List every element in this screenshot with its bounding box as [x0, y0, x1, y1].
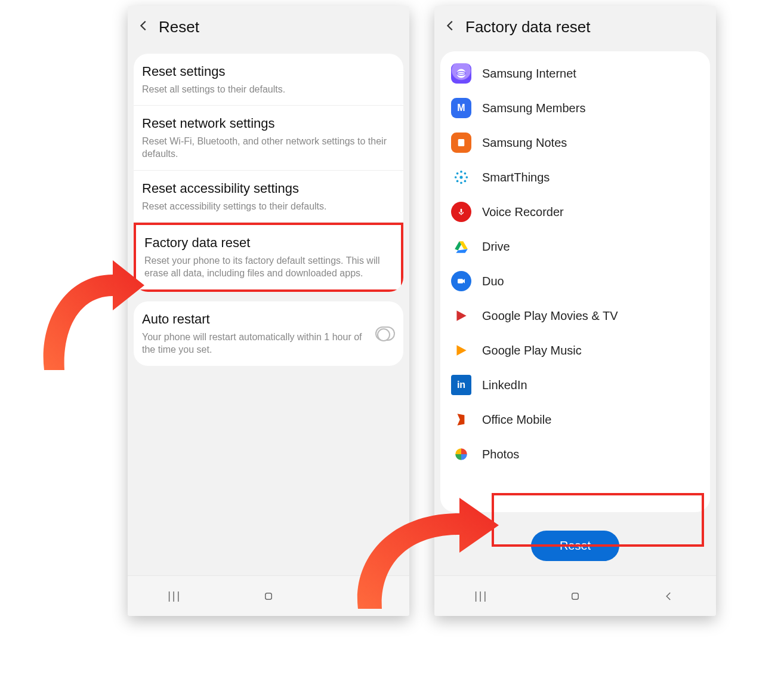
nav-home-button[interactable] — [563, 584, 587, 608]
app-row-voice-recorder: Voice Recorder — [440, 195, 710, 229]
item-desc: Reset accessibility settings to their de… — [142, 200, 395, 213]
app-row-linkedin: in LinkedIn — [440, 368, 710, 402]
smartthings-icon — [451, 167, 471, 187]
chevron-left-icon — [663, 591, 674, 602]
chevron-left-icon — [357, 591, 368, 602]
item-desc: Reset Wi-Fi, Bluetooth, and other networ… — [142, 135, 395, 161]
app-label: Google Play Movies & TV — [482, 309, 618, 323]
auto-restart-item[interactable]: Auto restart Your phone will restart aut… — [134, 301, 403, 366]
recent-icon: ||| — [168, 590, 181, 602]
svg-marker-20 — [456, 310, 466, 321]
item-title: Auto restart — [142, 311, 369, 328]
app-row-smartthings: SmartThings — [440, 160, 710, 195]
svg-marker-21 — [456, 345, 466, 355]
app-label: Samsung Members — [482, 101, 585, 115]
nav-recent-button[interactable]: ||| — [163, 584, 187, 608]
back-button[interactable] — [444, 19, 457, 35]
phone-reset-screen: Reset Reset settings Reset all settings … — [128, 6, 409, 616]
app-label: SmartThings — [482, 171, 550, 184]
content: Samsung Internet M Samsung Members Samsu… — [434, 48, 716, 575]
item-desc: Your phone will restart automatically wi… — [142, 331, 369, 356]
google-play-music-icon — [451, 340, 471, 361]
reset-accessibility-item[interactable]: Reset accessibility settings Reset acces… — [134, 171, 403, 223]
app-list-card: Samsung Internet M Samsung Members Samsu… — [440, 51, 710, 512]
back-button[interactable] — [137, 19, 150, 35]
svg-marker-22 — [458, 414, 465, 426]
svg-point-10 — [464, 172, 467, 175]
reset-network-item[interactable]: Reset network settings Reset Wi-Fi, Blue… — [134, 106, 403, 171]
item-title: Reset settings — [142, 63, 395, 81]
app-row-samsung-notes: Samsung Notes — [440, 125, 710, 160]
app-label: Samsung Internet — [482, 67, 576, 81]
svg-rect-0 — [266, 593, 272, 599]
home-icon — [570, 591, 581, 602]
office-mobile-icon — [451, 409, 471, 430]
app-row-samsung-internet: Samsung Internet — [440, 56, 710, 91]
page-title: Factory data reset — [465, 18, 591, 36]
home-icon — [263, 591, 274, 602]
reset-button-area: Reset — [434, 516, 716, 575]
chevron-left-icon — [444, 19, 457, 32]
factory-data-reset-item[interactable]: Factory data reset Reset your phone to i… — [134, 223, 403, 292]
android-navbar: ||| — [434, 575, 716, 616]
samsung-members-icon: M — [451, 98, 471, 118]
nav-back-button[interactable] — [657, 584, 681, 608]
nav-back-button[interactable] — [350, 584, 374, 608]
linkedin-icon: in — [451, 375, 471, 395]
samsung-internet-icon — [451, 63, 471, 84]
nav-recent-button[interactable]: ||| — [470, 584, 493, 608]
item-title: Reset accessibility settings — [142, 180, 395, 198]
svg-point-6 — [460, 181, 462, 184]
google-photos-icon — [451, 444, 471, 464]
app-label: Google Play Music — [482, 344, 582, 358]
google-play-movies-icon — [451, 306, 471, 326]
app-label: Voice Recorder — [482, 205, 564, 219]
app-row-office-mobile: Office Mobile — [440, 402, 710, 437]
google-drive-icon — [451, 236, 471, 257]
header: Factory data reset — [434, 6, 716, 48]
item-title: Reset network settings — [142, 115, 395, 133]
svg-rect-18 — [458, 279, 463, 284]
app-row-samsung-members: M Samsung Members — [440, 91, 710, 125]
svg-rect-23 — [572, 593, 579, 599]
voice-recorder-icon — [451, 202, 471, 222]
item-title: Factory data reset — [144, 235, 393, 252]
app-label: Duo — [482, 275, 504, 288]
android-navbar: ||| — [128, 575, 409, 616]
item-desc: Reset all settings to their defaults. — [142, 83, 395, 96]
svg-point-4 — [459, 175, 462, 178]
svg-point-9 — [456, 172, 459, 175]
app-label: Office Mobile — [482, 413, 551, 427]
nav-home-button[interactable] — [257, 584, 280, 608]
chevron-left-icon — [137, 19, 150, 32]
app-row-play-movies: Google Play Movies & TV — [440, 298, 710, 333]
item-desc: Reset your phone to its factory default … — [144, 254, 393, 280]
svg-point-7 — [455, 176, 457, 178]
page-title: Reset — [159, 18, 199, 36]
svg-marker-19 — [463, 279, 465, 284]
header: Reset — [128, 6, 409, 48]
app-label: Samsung Notes — [482, 136, 567, 150]
reset-settings-item[interactable]: Reset settings Reset all settings to the… — [134, 54, 403, 106]
app-label: Photos — [482, 448, 519, 461]
app-row-duo: Duo — [440, 264, 710, 298]
svg-rect-13 — [461, 209, 462, 213]
google-duo-icon — [451, 271, 471, 291]
svg-point-8 — [465, 176, 468, 178]
reset-options-card: Reset settings Reset all settings to the… — [134, 54, 403, 292]
samsung-notes-icon — [451, 133, 471, 153]
auto-restart-toggle[interactable] — [375, 326, 395, 341]
reset-button[interactable]: Reset — [531, 531, 619, 561]
svg-point-12 — [464, 180, 467, 183]
app-row-drive: Drive — [440, 229, 710, 264]
auto-restart-card: Auto restart Your phone will restart aut… — [134, 301, 403, 366]
phone-factory-reset-screen: Factory data reset Samsung Internet M Sa… — [434, 6, 716, 616]
app-label: LinkedIn — [482, 378, 527, 392]
svg-rect-3 — [458, 139, 465, 146]
app-row-play-music: Google Play Music — [440, 333, 710, 368]
recent-icon: ||| — [474, 590, 488, 602]
app-label: Drive — [482, 240, 510, 254]
svg-point-5 — [460, 171, 462, 173]
content: Reset settings Reset all settings to the… — [128, 48, 409, 575]
svg-point-11 — [456, 180, 459, 183]
